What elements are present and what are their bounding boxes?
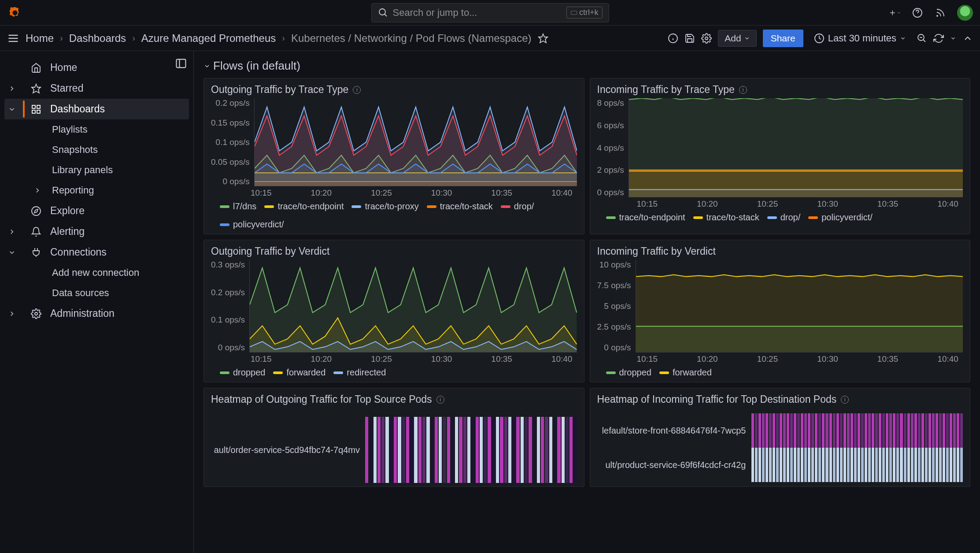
- legend-item[interactable]: policyverdict/: [808, 212, 873, 223]
- legend-item[interactable]: forwarded: [659, 367, 712, 378]
- help-button[interactable]: [911, 7, 924, 19]
- search-icon: [378, 7, 388, 18]
- nav-library-panels[interactable]: Library panels: [4, 160, 189, 180]
- legend-item[interactable]: redirected: [333, 367, 386, 378]
- nav-add-connection[interactable]: Add new connection: [4, 263, 189, 283]
- nav-label: Starred: [50, 82, 83, 94]
- menu-toggle[interactable]: [7, 32, 19, 45]
- rss-icon: [935, 7, 946, 18]
- chart-plot[interactable]: [629, 98, 963, 197]
- crumb-home[interactable]: Home: [26, 32, 54, 45]
- dashboard-icon: [31, 104, 41, 115]
- crumb-sep: ›: [132, 33, 135, 43]
- heatmap-cells[interactable]: [751, 413, 963, 448]
- panel-heatmap-outgoing: Heatmap of Outgoing Traffic for Top Sour…: [203, 388, 584, 487]
- crumb-folder[interactable]: Azure Managed Prometheus: [141, 32, 276, 45]
- svg-marker-24: [32, 84, 41, 93]
- info-icon[interactable]: i: [353, 86, 361, 94]
- news-button[interactable]: [934, 7, 947, 19]
- help-icon: [912, 7, 923, 18]
- chart-plot[interactable]: [254, 98, 577, 186]
- collapse-icon[interactable]: [962, 33, 973, 44]
- star-icon[interactable]: [538, 33, 548, 44]
- grafana-logo[interactable]: [7, 5, 23, 21]
- panel-title[interactable]: Incoming Traffic by Trace Typei: [597, 84, 963, 96]
- chevron-right-icon: [8, 310, 16, 318]
- heatmap-label: ult/product-service-69f6f4cdcf-cr42g: [597, 460, 751, 470]
- nav-alerting[interactable]: Alerting: [4, 221, 189, 242]
- nav-administration[interactable]: Administration: [4, 303, 189, 324]
- chevron-down-icon[interactable]: [950, 35, 956, 41]
- svg-rect-26: [37, 105, 40, 108]
- nav-label: Explore: [50, 205, 85, 217]
- add-button[interactable]: Add: [718, 30, 756, 47]
- legend-item[interactable]: policyverdict/: [220, 219, 284, 230]
- nav-label: Library panels: [52, 164, 113, 176]
- svg-line-1: [385, 14, 387, 16]
- refresh-icon[interactable]: [933, 33, 944, 44]
- nav-data-sources[interactable]: Data sources: [4, 283, 189, 303]
- panel-title[interactable]: Heatmap of Outgoing Traffic for Top Sour…: [211, 393, 577, 405]
- legend-item[interactable]: trace/to-stack: [427, 201, 493, 212]
- nav-reporting[interactable]: Reporting: [4, 180, 189, 200]
- row-header[interactable]: Flows (in default): [203, 59, 970, 73]
- dashboard-toolbar: Add Share Last 30 minutes: [668, 30, 973, 47]
- legend-item[interactable]: dropped: [606, 367, 651, 378]
- info-icon[interactable]: i: [739, 86, 747, 94]
- svg-marker-44: [250, 341, 577, 352]
- settings-icon[interactable]: [701, 33, 712, 44]
- info-icon[interactable]: i: [841, 396, 849, 404]
- user-avatar[interactable]: [957, 5, 973, 21]
- nav-home[interactable]: Home: [4, 57, 189, 78]
- add-menu[interactable]: [888, 7, 901, 19]
- svg-point-29: [32, 207, 41, 215]
- legend-item[interactable]: drop/: [767, 212, 801, 223]
- nav-dashboards[interactable]: Dashboards: [4, 99, 189, 119]
- chevron-down-icon: [8, 249, 16, 256]
- panel-title[interactable]: Heatmap of Incoming Traffic for Top Dest…: [597, 393, 963, 405]
- panel-title[interactable]: Incoming Traffic by Verdict: [597, 245, 963, 257]
- time-picker[interactable]: Last 30 minutes: [810, 30, 910, 47]
- svg-rect-27: [37, 110, 40, 113]
- chevron-right-icon: [8, 228, 16, 236]
- heatmap-cells[interactable]: [365, 417, 577, 483]
- legend-item[interactable]: trace/to-proxy: [351, 201, 418, 212]
- nav-snapshots[interactable]: Snapshots: [4, 140, 189, 160]
- legend-item[interactable]: l7/dns: [220, 201, 256, 212]
- nav-connections[interactable]: Connections: [4, 242, 189, 263]
- legend-item[interactable]: dropped: [220, 367, 265, 378]
- zoom-out-icon[interactable]: [917, 33, 927, 44]
- nav-explore[interactable]: Explore: [4, 200, 189, 221]
- svg-point-0: [379, 9, 385, 15]
- share-button[interactable]: Share: [763, 30, 803, 47]
- nav-label: Data sources: [52, 287, 109, 299]
- y-axis: 0.2 ops/s0.15 ops/s0.1 ops/s0.05 ops/s0 …: [211, 98, 254, 186]
- legend-item[interactable]: trace/to-endpoint: [264, 201, 344, 212]
- search-placeholder: Search or jump to...: [393, 7, 477, 19]
- legend-item[interactable]: trace/to-stack: [693, 212, 759, 223]
- panel-title[interactable]: Outgoing Traffic by Trace Typei: [211, 84, 577, 96]
- panel-title[interactable]: Outgoing Traffic by Verdict: [211, 245, 577, 257]
- legend-item[interactable]: trace/to-endpoint: [606, 212, 685, 223]
- svg-line-20: [923, 40, 925, 42]
- legend-item[interactable]: drop/: [501, 201, 534, 212]
- chevron-right-icon: [33, 186, 41, 194]
- panel-incoming-trace: Incoming Traffic by Trace Typei 8 ops/s6…: [590, 78, 971, 234]
- crumb-dashboards[interactable]: Dashboards: [69, 32, 126, 45]
- nav-starred[interactable]: Starred: [4, 78, 189, 99]
- chevron-down-icon: [744, 35, 750, 41]
- chart-plot[interactable]: [249, 260, 577, 353]
- nav-label: Administration: [50, 308, 115, 319]
- chart-plot[interactable]: [636, 260, 963, 353]
- legend-item[interactable]: forwarded: [273, 367, 325, 378]
- global-search[interactable]: Search or jump to... ctrl+k: [371, 3, 609, 22]
- heatmap-cells[interactable]: [751, 448, 963, 482]
- nav-playlists[interactable]: Playlists: [4, 119, 189, 140]
- x-axis: 10:1510:2010:2510:3010:3510:40: [211, 186, 577, 198]
- chevron-down-icon: [203, 63, 211, 70]
- info-icon[interactable]: i: [436, 396, 444, 404]
- svg-point-31: [35, 312, 37, 315]
- compass-icon: [31, 206, 41, 216]
- save-icon[interactable]: [684, 33, 695, 44]
- info-icon[interactable]: [668, 33, 678, 44]
